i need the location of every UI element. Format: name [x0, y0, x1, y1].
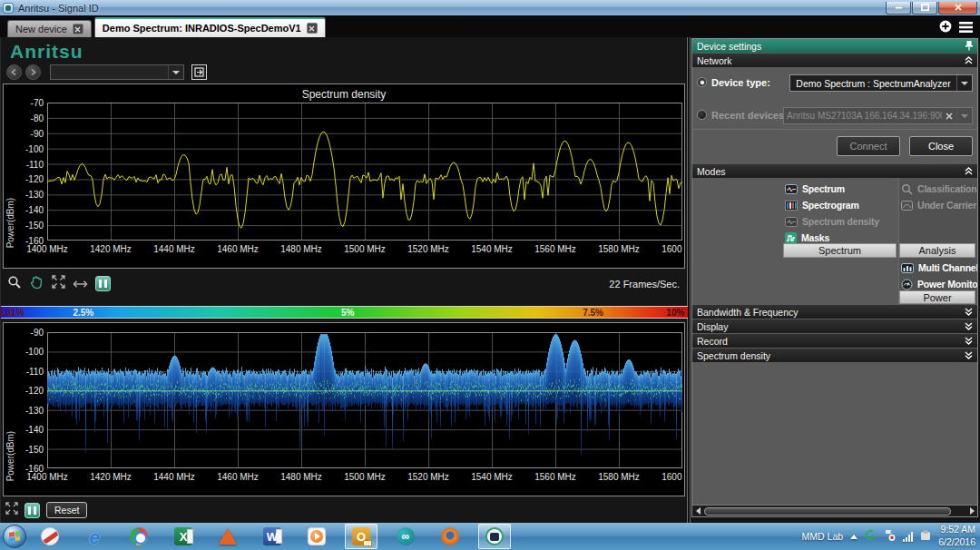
back-button[interactable]	[6, 64, 22, 80]
action-center-flag-icon[interactable]	[884, 528, 896, 545]
network-section-header[interactable]: Network	[692, 54, 977, 67]
persistence-density-chart[interactable]: Power(dBm) -90-100-110-120-130-140-150-1…	[3, 322, 685, 496]
spectrum-density-chart[interactable]: Spectrum density Power(dBm) -70-80-90-10…	[3, 83, 685, 269]
show-hidden-icons-icon[interactable]	[850, 535, 858, 539]
taskbar-app-arduino[interactable]: ∞	[389, 524, 422, 549]
taskbar-app-word[interactable]: W	[256, 524, 289, 549]
clear-icon[interactable]	[942, 113, 956, 120]
analysis-group-tab[interactable]: Analysis	[899, 243, 975, 258]
horizontal-span-icon[interactable]	[73, 276, 88, 292]
taskbar-app-matlab[interactable]	[211, 524, 244, 549]
arduino-icon: ∞	[397, 527, 416, 546]
density-scale-label: 2.5%	[73, 308, 93, 318]
modes-section-header[interactable]: Modes	[692, 164, 977, 178]
zoom-icon[interactable]	[7, 275, 22, 293]
expand-chevron-icon[interactable]	[965, 351, 973, 359]
section-title: Bandwidth & Frequency	[697, 307, 798, 318]
device-select-combobox[interactable]	[50, 64, 184, 80]
pause-button[interactable]	[24, 503, 40, 518]
taskbar-app-chrome[interactable]	[122, 524, 155, 549]
window-title: Anritsu - Signal ID	[18, 3, 99, 14]
maximize-button[interactable]	[912, 2, 937, 15]
taskbar-clock[interactable]: 9:52 AM 6/2/2016	[938, 524, 975, 548]
taskbar-app-anritsu-app[interactable]	[478, 524, 511, 549]
collapse-chevron-icon[interactable]	[965, 56, 973, 64]
taskbar-app-outlook[interactable]: O	[345, 524, 377, 549]
chevron-down-icon[interactable]	[956, 75, 972, 91]
tab-new-device[interactable]: New device	[7, 20, 92, 37]
spectrum-trace-plot[interactable]	[47, 103, 682, 241]
close-device-button[interactable]: Close	[909, 136, 973, 156]
y-tick-label: -110	[11, 160, 44, 170]
taskbar-app-snipping-tool[interactable]	[34, 524, 66, 549]
device-type-dropdown[interactable]: Demo Spectrum : SpectrumAnalyzer	[789, 74, 973, 92]
network-signal-icon[interactable]	[903, 532, 913, 542]
recent-devices-dropdown[interactable]: Anritsu MS27103A 166.164.34.196:9001	[783, 107, 973, 124]
reset-button[interactable]: Reset	[46, 502, 87, 518]
section-header-display[interactable]: Display	[692, 319, 977, 333]
taskbar-app-media-player[interactable]	[300, 524, 333, 549]
pin-icon[interactable]	[965, 41, 973, 51]
horizontal-scrollbar[interactable]	[692, 505, 977, 516]
minimize-button[interactable]	[886, 2, 911, 15]
sync-icon[interactable]	[865, 528, 877, 545]
under-carrier-detection-icon	[901, 201, 913, 211]
pause-button[interactable]	[95, 276, 111, 291]
divider	[692, 129, 977, 130]
x-tick-label: 1460 MHz	[217, 472, 259, 482]
start-button[interactable]	[3, 525, 26, 548]
density-plot[interactable]	[47, 332, 682, 468]
y-tick-label: -100	[11, 144, 44, 154]
y-tick-label: -150	[11, 221, 44, 231]
anritsu-app-icon	[485, 527, 505, 546]
recent-devices-radio[interactable]	[697, 110, 707, 120]
density-toolbar: Reset	[1, 496, 687, 524]
expand-chevron-icon[interactable]	[965, 308, 973, 316]
scroll-right-icon[interactable]	[967, 507, 976, 515]
chevron-down-icon[interactable]	[168, 65, 183, 79]
device-settings-header[interactable]: Device settings	[692, 39, 977, 53]
mode-item-spectrum[interactable]: Spectrum	[783, 181, 898, 197]
fit-expand-icon[interactable]	[52, 275, 65, 292]
scroll-left-icon[interactable]	[693, 507, 702, 515]
spectrum-group-tab[interactable]: Spectrum	[783, 243, 897, 258]
mode-item-spectrogram[interactable]: Spectrogram	[783, 197, 898, 213]
scrollbar-thumb[interactable]	[704, 507, 951, 516]
menu-icon[interactable]	[959, 20, 973, 36]
mode-item-label: Masks	[801, 232, 829, 243]
collapse-chevron-icon[interactable]	[965, 167, 973, 175]
section-header-spectrum-density[interactable]: Spectrum density	[692, 349, 977, 362]
section-header-bandwidth-frequency[interactable]: Bandwidth & Frequency	[692, 305, 977, 319]
chrome-icon	[130, 527, 149, 546]
chart-title: Spectrum density	[4, 88, 684, 101]
section-header-record[interactable]: Record	[692, 334, 977, 348]
device-type-value: Demo Spectrum : SpectrumAnalyzer	[790, 78, 956, 89]
forward-button[interactable]	[25, 64, 41, 80]
x-tick-label: 1600 MHz	[662, 472, 685, 482]
chevron-down-icon[interactable]	[956, 108, 972, 123]
connect-button[interactable]: Connect	[837, 136, 900, 156]
fit-expand-icon[interactable]	[5, 502, 18, 518]
expand-chevron-icon[interactable]	[965, 337, 973, 345]
y-tick-label: -80	[11, 113, 44, 123]
add-tab-icon[interactable]	[939, 20, 952, 36]
power-group-tab[interactable]: Power	[899, 290, 975, 304]
windows-taskbar: eXWO∞ MMD Lab 9:52 AM 6/2/2016	[0, 523, 980, 550]
taskbar-app-excel[interactable]: X	[167, 524, 200, 549]
tab-demo-spectrum[interactable]: Demo Spectrum: INRADIOS-SpecDemoV1	[94, 17, 326, 37]
taskbar-app-firefox[interactable]	[434, 524, 466, 549]
tray-app-icon[interactable]	[920, 528, 931, 545]
windows-flag-icon	[9, 531, 20, 541]
mode-item-multi-channel-power[interactable]: Multi Channel Power	[899, 260, 977, 276]
expand-chevron-icon[interactable]	[965, 322, 973, 330]
y-tick-label: -100	[11, 347, 44, 357]
tab-close-icon[interactable]	[73, 24, 83, 34]
tab-close-icon[interactable]	[307, 23, 318, 34]
taskbar-app-internet-explorer[interactable]: e	[78, 524, 111, 549]
pan-hand-icon[interactable]	[29, 275, 44, 293]
device-type-label: Device type:	[711, 77, 770, 88]
section-title: Display	[697, 321, 728, 332]
close-button[interactable]	[938, 2, 977, 15]
device-type-radio[interactable]	[697, 77, 707, 87]
open-in-window-icon[interactable]	[191, 64, 207, 80]
